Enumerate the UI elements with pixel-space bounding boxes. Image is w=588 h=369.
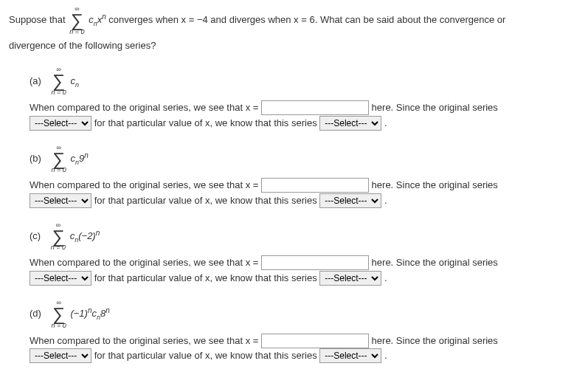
part-b-series: ∞ ∑ n = 0 cn9n (50, 145, 89, 174)
part-b: (b) ∞ ∑ n = 0 cn9n When compared to the … (30, 145, 579, 209)
part-c-line1-post: here. Since the original series (372, 257, 498, 268)
part-c-line1-pre: When compared to the original series, we… (30, 257, 261, 268)
part-c: (c) ∞ ∑ n = 0 cn(−2)n When compared to t… (30, 222, 579, 286)
part-c-sum: ∞ ∑ n = 0 (51, 222, 66, 252)
part-a-term: cn (70, 75, 79, 86)
part-c-x-input[interactable] (261, 255, 369, 270)
part-a-line1-pre: When compared to the original series, we… (30, 102, 261, 113)
part-a-line1-post: here. Since the original series (372, 102, 498, 113)
part-c-text: When compared to the original series, we… (30, 255, 579, 286)
part-c-series: ∞ ∑ n = 0 cn(−2)n (49, 222, 100, 252)
part-a-line2-end: . (384, 117, 387, 128)
part-d-select1[interactable]: ---Select--- (30, 348, 91, 363)
part-b-line1-post: here. Since the original series (372, 179, 498, 190)
part-d-series: ∞ ∑ n = 0 (−1)ncn8n (50, 300, 110, 329)
part-a-text: When compared to the original series, we… (30, 100, 579, 131)
part-c-line2-end: . (384, 272, 387, 283)
part-b-line2-end: . (384, 195, 387, 206)
sum-bottom: n = 0 (52, 323, 66, 329)
part-a-select1[interactable]: ---Select--- (30, 116, 91, 131)
part-d-term: (−1)ncn8n (70, 308, 109, 319)
part-b-text: When compared to the original series, we… (30, 178, 579, 209)
part-d-label: (d) (30, 308, 41, 319)
intro-line2: divergence of the following series? (9, 38, 579, 54)
part-b-select2[interactable]: ---Select--- (319, 193, 381, 208)
part-d-select2[interactable]: ---Select--- (319, 348, 381, 363)
part-b-x-input[interactable] (261, 178, 369, 193)
part-d-line2-mid: for that particular value of x, we know … (94, 350, 320, 361)
part-c-select1[interactable]: ---Select--- (30, 271, 91, 286)
sigma-icon: ∑ (52, 151, 66, 168)
part-b-line1-pre: When compared to the original series, we… (30, 179, 261, 190)
part-c-label: (c) (30, 230, 41, 241)
part-a-sum: ∞ ∑ n = 0 (52, 66, 66, 96)
part-b-term: cn9n (70, 153, 88, 164)
sigma-icon: ∑ (51, 229, 66, 245)
sigma-icon: ∑ (52, 73, 66, 89)
part-c-line2-mid: for that particular value of x, we know … (94, 272, 320, 283)
part-b-select1[interactable]: ---Select--- (30, 193, 91, 208)
sum-bottom: n = 0 (52, 167, 66, 173)
intro-pre: Suppose that (9, 14, 68, 25)
part-a-label: (a) (30, 75, 41, 86)
intro-sum: ∞ ∑ n = 0 (69, 6, 84, 35)
part-a-series: ∞ ∑ n = 0 cn (50, 66, 79, 96)
part-b-sum: ∞ ∑ n = 0 (52, 145, 66, 174)
sum-bottom: n = 0 (52, 89, 66, 96)
part-a: (a) ∞ ∑ n = 0 cn When compared to the or… (30, 66, 579, 131)
sigma-icon: ∑ (69, 13, 84, 29)
part-b-line2-mid: for that particular value of x, we know … (94, 195, 320, 206)
part-d-sum: ∞ ∑ n = 0 (52, 300, 66, 329)
part-c-term: cn(−2)n (70, 230, 100, 241)
sigma-icon: ∑ (52, 306, 66, 323)
part-d-line2-end: . (384, 350, 387, 361)
part-b-label: (b) (30, 153, 41, 164)
part-a-line2-mid: for that particular value of x, we know … (94, 117, 320, 128)
part-a-select2[interactable]: ---Select--- (319, 116, 381, 131)
intro-term: cnxn (89, 14, 106, 25)
sum-bottom: n = 0 (51, 244, 66, 251)
part-a-x-input[interactable] (261, 100, 369, 115)
sum-bottom: n = 0 (69, 29, 84, 35)
part-c-select2[interactable]: ---Select--- (319, 271, 381, 286)
intro-post: converges when x = −4 and diverges when … (108, 14, 505, 25)
part-d: (d) ∞ ∑ n = 0 (−1)ncn8n When compared to… (30, 300, 579, 364)
part-d-line1-post: here. Since the original series (372, 335, 498, 346)
part-d-line1-pre: When compared to the original series, we… (30, 335, 261, 346)
part-d-text: When compared to the original series, we… (30, 334, 579, 365)
part-d-x-input[interactable] (261, 334, 369, 348)
intro-line1: Suppose that ∞ ∑ n = 0 cnxn converges wh… (9, 6, 579, 35)
